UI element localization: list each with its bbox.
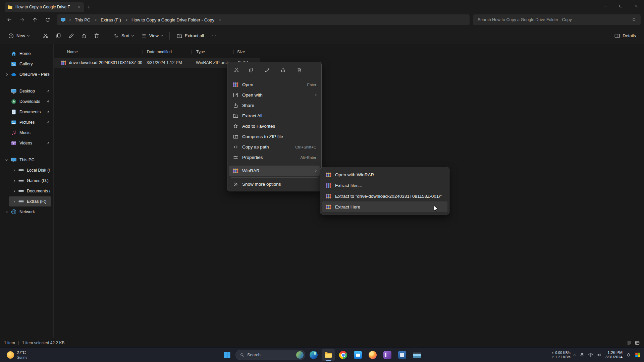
sidebar-item-gallery[interactable]: Gallery [1,59,51,69]
more-options-button[interactable] [208,30,220,42]
expand-chevron-icon[interactable] [12,200,15,202]
column-date-modified[interactable]: Date modified [143,50,191,54]
copy-button[interactable] [52,30,64,42]
menu-divider [231,164,318,164]
sidebar-item-home[interactable]: Home [1,49,51,59]
search-input[interactable] [477,17,629,22]
column-divider[interactable] [261,50,261,54]
cut-button[interactable] [40,30,52,42]
new-tab-button[interactable] [84,2,94,12]
breadcrumb-this-pc[interactable]: This PC [73,17,92,23]
submenu-item-extract-to-folder[interactable]: Extract to "drive-download-20240331T0811… [322,191,447,201]
sidebar-item-videos[interactable]: Videos [1,138,51,148]
menu-item-show-more-options[interactable]: Show more options [229,179,320,189]
notification-bell-icon[interactable] [626,352,631,358]
sidebar-item-network[interactable]: Network [1,207,51,217]
menu-item-compress-to-zip[interactable]: Compress to ZIP file [229,131,320,142]
expand-chevron-icon[interactable] [12,169,15,171]
expand-chevron-icon[interactable] [5,73,7,75]
copy-quick-button[interactable] [247,66,255,74]
menu-item-open[interactable]: Open Enter [229,79,320,90]
sidebar-item-onedrive[interactable]: OneDrive - Persona [1,69,51,79]
expand-chevron-icon[interactable] [12,179,15,182]
cut-quick-button[interactable] [234,67,239,73]
submenu-item-extract-here[interactable]: Extract Here [322,201,447,212]
taskbar-calculator[interactable] [396,349,409,361]
sidebar-item-desktop[interactable]: Desktop [1,86,51,96]
breadcrumb[interactable]: This PC Extras (F:) How to Copy a Google… [57,14,470,25]
menu-item-winrar[interactable]: WinRAR [229,166,320,176]
delete-quick-button[interactable] [295,66,304,74]
menu-item-share[interactable]: Share [229,100,320,111]
details-pane-button[interactable]: Details [611,30,639,42]
breadcrumb-drive[interactable]: Extras (F:) [99,17,122,23]
tab-close-icon[interactable] [77,5,81,9]
menu-item-properties[interactable]: Properties Alt+Enter [229,152,320,163]
expand-chevron-icon[interactable] [12,190,15,192]
tray-date: 3/31/2024 [605,355,623,360]
rename-button[interactable] [65,30,77,42]
share-button[interactable] [78,30,90,42]
menu-item-open-with[interactable]: Open with [229,90,320,100]
submenu-item-open-with-winrar[interactable]: Open with WinRAR [322,169,447,180]
hidden-icons-chevron[interactable] [574,354,576,357]
taskbar-search[interactable]: Search [235,350,305,360]
taskbar-file-explorer[interactable] [322,349,335,361]
taskbar-edge[interactable] [307,349,320,361]
collapse-chevron-icon[interactable] [5,158,7,161]
minimize-button[interactable] [598,0,613,12]
rename-icon [68,33,74,39]
clock[interactable]: 1:26 PM 3/31/2024 [605,350,623,360]
forward-button[interactable] [16,14,28,25]
delete-button[interactable] [91,30,103,42]
sidebar-item-games-d[interactable]: Games (D:) [9,176,51,186]
taskbar-chrome[interactable] [337,349,350,361]
back-button[interactable] [3,14,15,25]
sort-label: Sort [121,33,129,38]
sidebar-item-documents-e[interactable]: Documents (E:) [9,186,51,196]
new-label: New [16,33,25,38]
taskbar-snipping-tool[interactable] [411,349,423,361]
column-type[interactable]: Type [192,50,233,54]
taskbar-onenote[interactable] [381,349,394,361]
expand-chevron-icon[interactable] [5,210,7,213]
rename-quick-button[interactable] [263,66,271,74]
wifi-icon[interactable] [588,352,593,358]
list-view-icon[interactable] [627,340,632,346]
sidebar-item-local-disk-c[interactable]: Local Disk (C:) [9,165,51,175]
column-name[interactable]: Name [54,50,143,54]
microphone-icon[interactable] [579,352,585,358]
details-view-icon[interactable] [635,340,640,346]
refresh-button[interactable] [42,14,54,25]
sidebar-item-downloads[interactable]: Downloads [1,97,51,107]
taskbar-store[interactable] [352,349,364,361]
start-button[interactable] [221,349,233,361]
explorer-tab[interactable]: How to Copy a Google Drive F [5,2,84,12]
weather-widget[interactable]: 27°C Sunny [5,348,29,362]
sidebar-item-extras-f[interactable]: Extras (F:) [9,196,51,206]
taskbar-firefox[interactable] [366,349,379,361]
search-icon[interactable] [632,17,637,22]
share-quick-button[interactable] [279,66,287,74]
menu-item-extract-all[interactable]: Extract All... [229,111,320,121]
up-button[interactable] [29,14,41,25]
menu-item-add-to-favorites[interactable]: Add to Favorites [229,121,320,131]
menu-item-copy-as-path[interactable]: Copy as path Ctrl+Shift+C [229,142,320,152]
submenu-item-extract-files[interactable]: Extract files... [322,180,447,191]
sidebar-item-pictures[interactable]: Pictures [1,117,51,127]
column-size[interactable]: Size [234,50,261,54]
breadcrumb-folder[interactable]: How to Copy a Google Drive Folder - Copy [130,17,216,23]
extract-all-button[interactable]: Extract all [173,30,207,42]
sidebar-item-documents[interactable]: Documents [1,107,51,117]
sidebar-item-music[interactable]: Music [1,128,51,138]
sort-button[interactable]: Sort [110,30,137,42]
network-speed-monitor[interactable]: ↑: 0.00 KB/s ↓: 1.21 KB/s [551,351,571,359]
maximize-button[interactable] [613,0,629,12]
rename-icon [264,67,270,73]
ms-logo-tray-icon[interactable] [635,352,641,358]
close-button[interactable] [629,0,644,12]
sidebar-item-this-pc[interactable]: This PC [1,155,51,165]
view-button[interactable]: View [138,30,166,42]
volume-icon[interactable] [597,352,602,358]
new-button[interactable]: New [5,30,33,42]
